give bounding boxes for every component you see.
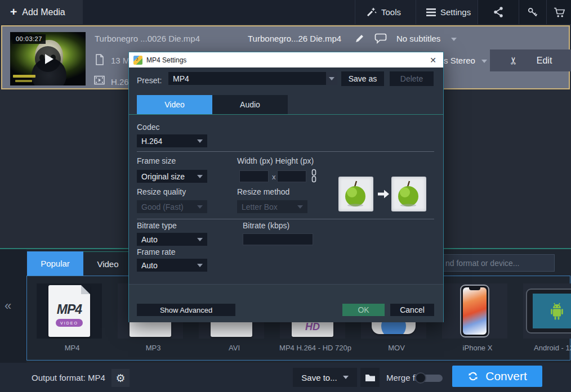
bitrate-input[interactable] [243, 233, 313, 245]
toolbar-divider [519, 0, 519, 24]
open-folder-button[interactable] [360, 368, 380, 387]
show-advanced-button[interactable]: Show Advanced [137, 304, 235, 316]
mp4-file-icon: MP4 VIDEO [48, 285, 90, 337]
frame-size-label: Frame size [137, 156, 176, 165]
subtitles-button[interactable] [374, 33, 387, 44]
bitrate-label: Bitrate (kbps) [243, 221, 289, 230]
edit-button[interactable]: ✂ Edit [490, 49, 571, 71]
subtitles-value[interactable]: No subtitles [396, 34, 440, 43]
merge-files-toggle[interactable] [420, 375, 443, 382]
frame-size-value: Original size [141, 172, 185, 181]
link-dimensions-toggle[interactable] [310, 169, 318, 183]
tab-video-settings[interactable]: Video [137, 95, 212, 114]
cart-button[interactable] [548, 0, 571, 24]
bitrate-type-label: Bitrate type [137, 221, 177, 230]
preset-dropdown-arrow[interactable] [326, 72, 337, 85]
chevron-down-icon [343, 376, 349, 379]
play-icon [45, 54, 53, 64]
resize-quality-dropdown[interactable]: Good (Fast) [137, 200, 207, 213]
ok-button[interactable]: OK [342, 304, 385, 316]
codec-dropdown[interactable]: H.264 [137, 134, 207, 147]
file-icon [95, 54, 104, 65]
video-thumbnail[interactable]: 00:03:27 [10, 32, 86, 85]
add-media-label: Add Media [22, 7, 65, 17]
dialog-titlebar[interactable]: ♪ MP4 Settings ✕ [129, 52, 443, 67]
tools-button[interactable]: Tools [366, 0, 401, 24]
bitrate-type-dropdown[interactable]: Auto [137, 233, 207, 246]
collapse-panel-button[interactable]: « [5, 299, 11, 313]
format-label-mov: MOV [354, 344, 439, 352]
speech-bubble-icon [374, 33, 387, 44]
iphone-notch [469, 287, 480, 290]
height-input[interactable] [277, 170, 306, 182]
frame-rate-dropdown[interactable]: Auto [137, 259, 207, 272]
rename-button[interactable] [355, 34, 364, 43]
mp4-settings-dialog: ♪ MP4 Settings ✕ Preset: MP4 Save as Del… [128, 52, 444, 322]
format-label-mp4-hd: MP4 H.264 - HD 720p [273, 344, 358, 352]
save-to-label: Save to... [301, 373, 337, 382]
resize-quality-label: Resize quality [137, 187, 186, 196]
output-filename[interactable]: Turbonegro...26 Die.mp4 [248, 34, 341, 43]
tab-underline [129, 114, 443, 115]
format-label-mp3: MP3 [111, 344, 195, 352]
chevron-down-icon[interactable] [481, 60, 487, 63]
video-badge: VIDEO [56, 319, 83, 327]
format-label-android: Android - 1280x [518, 344, 571, 352]
top-toolbar: + Add Media Tools Settings [0, 0, 571, 24]
format-card-iphone-x[interactable] [442, 283, 507, 339]
cancel-button[interactable]: Cancel [390, 304, 434, 316]
folder-icon [365, 373, 376, 382]
search-input[interactable] [440, 254, 555, 272]
footer-divider [129, 284, 443, 285]
convert-button[interactable]: Convert [452, 366, 542, 387]
resize-preview-before [338, 177, 373, 211]
frame-size-dropdown[interactable]: Original size [137, 170, 207, 183]
format-card-android[interactable] [523, 283, 571, 339]
artwork-caption-decor [15, 80, 32, 82]
tools-label: Tools [381, 7, 401, 17]
tab-popular[interactable]: Popular [27, 251, 83, 276]
width-height-label: Width (px) Height (px) [237, 156, 314, 165]
toolbar-divider [355, 0, 355, 24]
preset-dropdown[interactable]: MP4 [168, 72, 326, 85]
play-button[interactable] [35, 46, 61, 72]
add-media-button[interactable]: + Add Media [0, 0, 83, 24]
audio-channels-value[interactable]: s Stereo [444, 56, 475, 65]
pencil-icon [355, 34, 364, 43]
close-icon[interactable]: ✕ [427, 56, 439, 65]
toolbar-divider [478, 0, 478, 24]
width-input[interactable] [239, 170, 269, 182]
chevron-down-icon[interactable] [451, 38, 457, 41]
frame-rate-label: Frame rate [137, 247, 175, 256]
output-settings-button[interactable]: ⚙ [111, 369, 130, 387]
save-to-button[interactable]: Save to... [293, 368, 357, 387]
gear-icon: ⚙ [115, 372, 125, 385]
format-card-mp4[interactable]: MP4 VIDEO [37, 283, 102, 339]
iphone-icon [460, 285, 489, 337]
dimensions-separator: x [272, 173, 276, 181]
preset-label: Preset: [137, 76, 162, 85]
film-icon [94, 75, 105, 85]
toggle-knob [415, 372, 426, 384]
android-robot-icon [547, 300, 566, 322]
output-format-text: Output format: MP4 [32, 373, 105, 382]
apple-image [343, 180, 369, 208]
share-button[interactable] [484, 0, 512, 24]
mp4-icon-text: MP4 [48, 302, 90, 317]
resize-method-dropdown[interactable]: Letter Box [237, 200, 307, 213]
save-as-button[interactable]: Save as [341, 71, 384, 86]
settings-button[interactable]: Settings [426, 0, 471, 24]
codec-value: H.264 [141, 137, 162, 146]
format-label-iphone-x: iPhone X [435, 344, 520, 352]
tab-video[interactable]: Video [83, 251, 133, 276]
frame-rate-value: Auto [141, 261, 158, 270]
tab-audio-settings[interactable]: Audio [212, 95, 288, 114]
source-filename: Turbonegro ...0026 Die.mp4 [95, 34, 200, 43]
magic-wand-icon [366, 7, 377, 17]
codec-label: Codec [137, 123, 159, 132]
scissors-icon: ✂ [507, 56, 519, 65]
activation-key-button[interactable] [521, 0, 544, 24]
delete-button[interactable]: Delete [390, 71, 434, 86]
settings-label: Settings [440, 7, 471, 17]
iphone-screen [463, 287, 487, 335]
